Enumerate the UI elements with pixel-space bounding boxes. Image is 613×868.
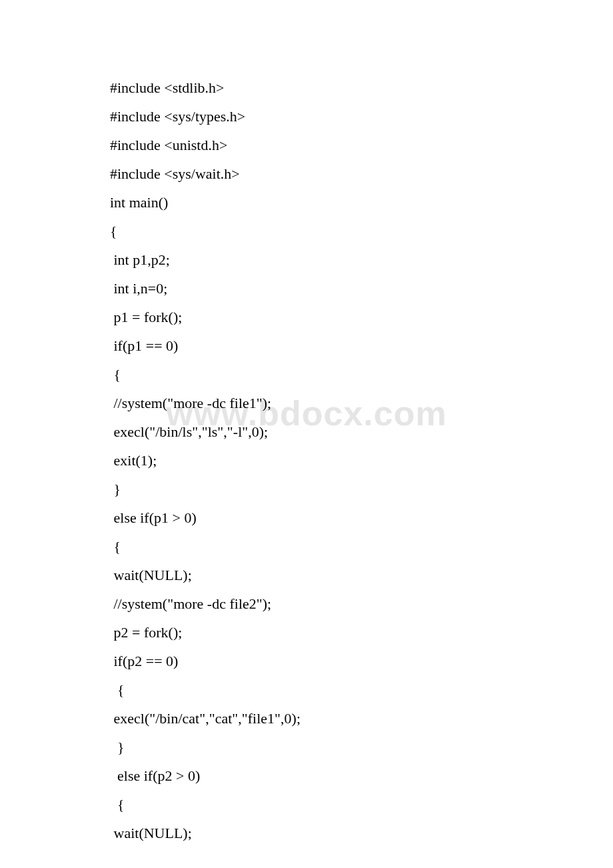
code-line: wait(NULL); (110, 819, 503, 847)
code-line: int p1,p2; (110, 245, 503, 274)
code-line: p2 = fork(); (110, 618, 503, 647)
code-line: //system("more -dc file2"); (110, 589, 503, 618)
code-line: execl("/bin/cat","cat","file1",0); (110, 704, 503, 733)
code-line: p1 = fork(); (110, 303, 503, 331)
code-line: { (110, 532, 503, 561)
code-line: int i,n=0; (110, 274, 503, 303)
code-line: int main() (110, 188, 503, 217)
code-line: { (110, 217, 503, 245)
document-page: #include <stdlib.h> #include <sys/types.… (0, 0, 613, 847)
code-line: if(p2 == 0) (110, 647, 503, 675)
code-line: { (110, 675, 503, 704)
code-line: wait(NULL); (110, 561, 503, 589)
code-line: { (110, 360, 503, 389)
code-line: #include <unistd.h> (110, 131, 503, 159)
code-line: execl("/bin/ls","ls","-l",0); (110, 417, 503, 446)
code-line: #include <sys/types.h> (110, 102, 503, 131)
code-line: #include <sys/wait.h> (110, 159, 503, 188)
code-line: else if(p2 > 0) (110, 761, 503, 790)
code-line: } (110, 733, 503, 761)
code-line: } (110, 475, 503, 503)
code-line: //system("more -dc file1"); (110, 389, 503, 417)
code-line: #include <stdlib.h> (110, 73, 503, 102)
code-line: else if(p1 > 0) (110, 503, 503, 532)
code-line: { (110, 790, 503, 819)
code-line: exit(1); (110, 446, 503, 475)
code-line: if(p1 == 0) (110, 331, 503, 360)
